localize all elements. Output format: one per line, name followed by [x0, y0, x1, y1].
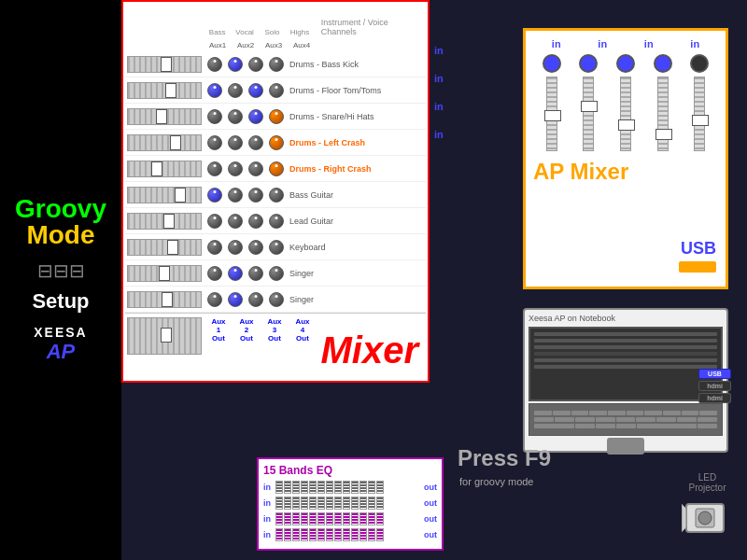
strip-knob-2[interactable] — [579, 54, 598, 73]
aux3-out: Aux 3 Out — [261, 317, 288, 343]
fader-8[interactable] — [127, 239, 202, 256]
eq-band-3: in out — [263, 512, 437, 525]
strip-fader-5[interactable] — [694, 77, 705, 151]
knob-1-1[interactable] — [207, 57, 222, 72]
aux1-out: Aux 1 Out — [205, 317, 232, 343]
knob-2-1[interactable] — [207, 83, 222, 98]
knob-9-2[interactable] — [228, 266, 243, 281]
knob-9-3[interactable] — [248, 266, 263, 281]
knob-10-3[interactable] — [248, 292, 263, 307]
fader-7[interactable] — [127, 213, 202, 230]
knob-8-3[interactable] — [248, 240, 263, 255]
knob-2-4[interactable] — [269, 83, 284, 98]
channel-row-9: Singer — [125, 260, 426, 287]
knob-9-4[interactable] — [269, 266, 284, 281]
fader-3[interactable] — [127, 108, 202, 125]
setup-text: Setup — [32, 289, 89, 314]
strip-knob-1[interactable] — [543, 54, 561, 73]
knob-6-3[interactable] — [248, 188, 263, 203]
eq-bar-purple — [284, 512, 291, 525]
knob-group-7 — [205, 214, 286, 229]
aux4-num: 4 — [289, 326, 316, 334]
knob-7-2[interactable] — [228, 214, 243, 229]
knob-1-2[interactable] — [228, 57, 243, 72]
knob-4-1[interactable] — [207, 135, 222, 150]
knob-group-6 — [205, 188, 286, 203]
fader-5[interactable] — [127, 161, 202, 177]
eq-bar — [334, 497, 342, 510]
knob-5-4[interactable] — [269, 161, 284, 176]
eq-bar — [326, 497, 333, 510]
strip-fader-3[interactable] — [620, 77, 631, 151]
xeesa-logo: XEESA AP — [34, 325, 87, 364]
trackpad[interactable] — [607, 438, 644, 455]
knob-10-1[interactable] — [207, 292, 222, 307]
strip-fader-4[interactable] — [657, 77, 669, 151]
knob-6-2[interactable] — [228, 188, 243, 203]
key — [644, 411, 662, 415]
knob-3-3[interactable] — [248, 109, 263, 124]
channel-row-7: Lead Guitar — [125, 208, 426, 234]
knob-6-1[interactable] — [207, 188, 222, 203]
projector-icon — [682, 495, 733, 546]
strip-knob-4[interactable] — [654, 54, 672, 73]
knob-8-2[interactable] — [228, 240, 243, 255]
strip-fader-1[interactable] — [546, 77, 557, 151]
eq-bar-purple — [301, 528, 308, 541]
knob-6-4[interactable] — [269, 188, 284, 203]
eq-band-1: in out — [263, 481, 437, 494]
key — [534, 424, 573, 428]
eq-bar — [292, 481, 300, 494]
knob-10-2[interactable] — [228, 292, 243, 307]
fader-4[interactable] — [127, 134, 202, 151]
strip-fader-2[interactable] — [583, 77, 594, 151]
eq-bar-purple — [351, 512, 359, 525]
eq-bar — [359, 497, 367, 510]
fader-9[interactable] — [127, 265, 202, 282]
knob-5-2[interactable] — [228, 161, 243, 176]
aux2-out-text: Out — [233, 334, 260, 343]
knob-7-3[interactable] — [248, 214, 263, 229]
eq-bars-3 — [275, 512, 421, 525]
strip-3 — [616, 54, 635, 151]
knob-1-3[interactable] — [248, 57, 263, 72]
eq-section: 15 Bands EQ in out in — [257, 457, 444, 551]
fader-2[interactable] — [127, 82, 202, 99]
knob-8-1[interactable] — [207, 240, 222, 255]
mixer-title: Mixer — [321, 329, 419, 371]
knob-7-1[interactable] — [207, 214, 222, 229]
knob-3-1[interactable] — [207, 109, 222, 124]
knob-9-1[interactable] — [207, 266, 222, 281]
strip-knob-3[interactable] — [616, 54, 635, 73]
fader-10[interactable] — [127, 291, 202, 308]
knob-3-2[interactable] — [228, 109, 243, 124]
aux4-out-text: Out — [289, 334, 316, 343]
knob-7-4[interactable] — [269, 214, 284, 229]
knob-group-5 — [205, 161, 286, 176]
knob-4-3[interactable] — [248, 135, 263, 150]
knob-3-4[interactable] — [269, 109, 284, 124]
in-arrow-3: in — [434, 101, 444, 112]
knob-10-4[interactable] — [269, 292, 284, 307]
ap-mixer-title: AP Mixer — [533, 159, 718, 185]
knob-2-2[interactable] — [228, 83, 243, 98]
knob-4-2[interactable] — [228, 135, 243, 150]
eq-bar — [376, 481, 384, 494]
fader-1[interactable] — [127, 56, 202, 73]
fader-6[interactable] — [127, 187, 202, 203]
strip-knob-5[interactable] — [690, 54, 709, 73]
master-fader[interactable] — [127, 317, 202, 355]
key — [627, 411, 644, 415]
bass-label: Bass — [204, 28, 231, 36]
eq-bar — [301, 497, 308, 510]
knob-4-4[interactable] — [269, 135, 284, 150]
knob-5-1[interactable] — [207, 161, 222, 176]
knob-1-4[interactable] — [269, 57, 284, 72]
mode-text: Mode — [26, 222, 94, 248]
knob-8-4[interactable] — [269, 240, 284, 255]
eq-bars-2 — [275, 497, 421, 510]
eq-bar-purple — [334, 512, 342, 525]
knob-5-3[interactable] — [248, 161, 263, 176]
knob-2-3[interactable] — [248, 83, 263, 98]
aux4-label: Aux4 — [289, 41, 315, 49]
